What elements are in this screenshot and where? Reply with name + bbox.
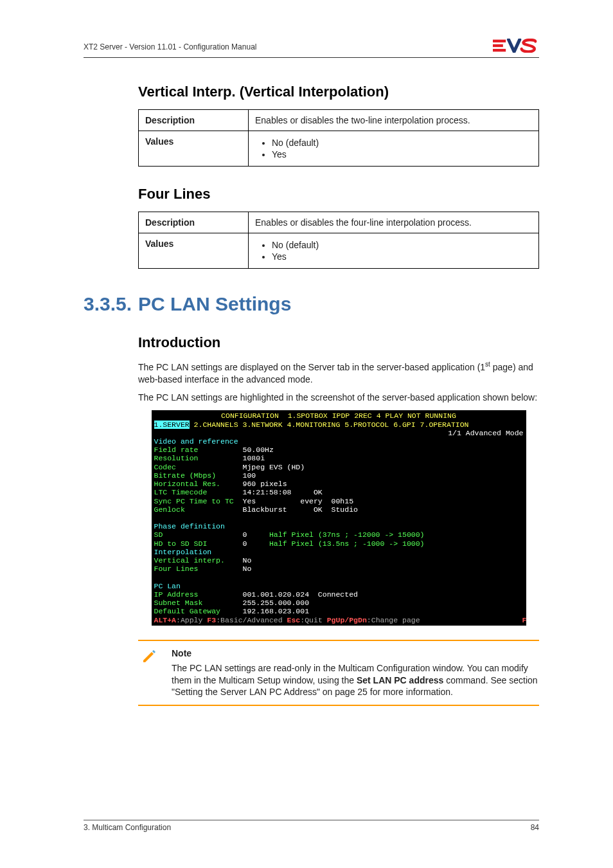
vertical-interp-table: Description Enables or disables the two-… [138,109,539,167]
svg-marker-4 [152,650,155,653]
chapter-number: 3.3.5. [84,293,138,315]
fl-values-cell: No (default) Yes [249,233,539,269]
note-text: The PC LAN settings are read-only in the… [172,662,539,699]
footer-page-number: 84 [531,823,539,832]
vi-desc-label: Description [139,110,249,131]
note-title: Note [172,647,539,660]
console-tabs: 1.SERVER 2.CHANNELS 3.NETWORK 4.MONITORI… [154,420,469,429]
intro-heading: Introduction [138,334,539,351]
four-lines-heading: Four Lines [138,186,539,203]
vertical-interp-heading: Vertical Interp. (Vertical Interpolation… [138,84,539,100]
vi-value-no: No (default) [272,138,532,148]
vi-values-cell: No (default) Yes [249,131,539,167]
fl-value-no: No (default) [272,240,532,250]
intro-paragraph-1: The PC LAN settings are displayed on the… [138,360,539,385]
evs-logo [493,39,539,55]
page-footer: 3. Multicam Configuration 84 [84,820,539,832]
page-header: XT2 Server - Version 11.01 - Configurati… [84,39,539,58]
vi-value-yes: Yes [272,149,532,159]
svg-rect-0 [493,40,506,42]
console-page-indicator: 1/1 Advanced Mode [154,429,524,437]
svg-rect-2 [493,49,506,51]
note-block: Note The PC LAN settings are read-only i… [138,640,539,707]
footer-left: 3. Multicam Configuration [84,823,171,832]
header-title: XT2 Server - Version 11.01 - Configurati… [84,42,256,51]
svg-marker-3 [143,652,154,662]
console-screenshot: CONFIGURATION 1.SPOTBOX IPDP 2REC 4 PLAY… [152,410,526,625]
svg-rect-1 [493,44,503,47]
vi-desc-text: Enables or disables the two-line interpo… [249,110,539,131]
console-title: CONFIGURATION 1.SPOTBOX IPDP 2REC 4 PLAY… [154,411,524,420]
vi-values-label: Values [139,131,249,167]
four-lines-table: Description Enables or disables the four… [138,212,539,269]
intro-paragraph-2: The PC LAN settings are highlighted in t… [138,392,539,404]
s1-h: Video and reference [154,437,238,446]
chapter-title: PC LAN Settings [138,293,291,315]
fl-values-label: Values [139,233,249,269]
pencil-icon [138,647,160,699]
console-tab-server: 1.SERVER [154,420,190,429]
fl-desc-label: Description [139,212,249,233]
console-bottom-bar: ALT+A:Apply F3:Basic/Advanced Esc:Quit P… [154,616,526,624]
chapter-heading: 3.3.5. PC LAN Settings [84,293,539,315]
fl-value-yes: Yes [272,251,532,262]
fl-desc-text: Enables or disables the four-line interp… [249,212,539,233]
